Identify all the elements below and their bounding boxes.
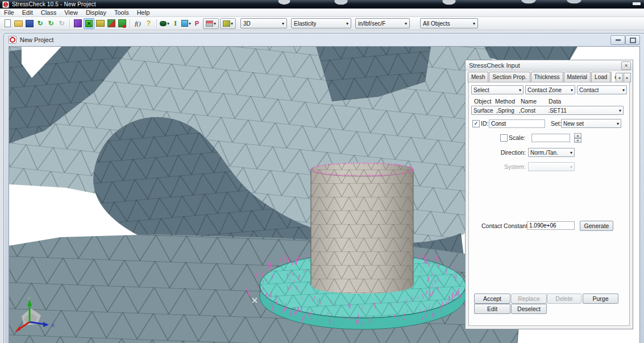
import-cycle-icon-glyph: ↻ (37, 19, 43, 27)
p-marker-icon-glyph: P (195, 20, 199, 27)
chevron-down-icon: ▾ (571, 88, 573, 93)
scale-checkbox[interactable] (500, 134, 508, 142)
app-titlebar: StressCheck 10.5 - New Project (0, 0, 644, 9)
menu-class[interactable]: Class (37, 9, 61, 16)
contact-constant-input[interactable] (527, 221, 575, 230)
cycle-disabled-icon[interactable]: ↻ (57, 19, 67, 28)
accept-button[interactable]: Accept (474, 294, 510, 304)
mesh-tool-icon-selected-glyph: ✕ (87, 21, 91, 26)
blue-folder-dropdown-icon[interactable] (181, 19, 191, 28)
export-cycle-icon-glyph: ↻ (48, 19, 53, 27)
menu-help[interactable]: Help (133, 9, 154, 16)
scale-spinner[interactable]: ▲▼ (574, 133, 581, 143)
pen-dropdown-icon[interactable] (160, 19, 169, 28)
tab-material[interactable]: Material (564, 72, 591, 82)
mesh-tool-icon-selected[interactable]: ✕ (84, 18, 94, 29)
function-icon[interactable]: f() (133, 19, 143, 28)
tab-thickness[interactable]: Thickness (531, 72, 563, 82)
section-tool-dropdown[interactable] (203, 18, 219, 29)
direction-combo[interactable]: Norm./Tan.▾ (528, 148, 575, 157)
open-folder-icon[interactable] (14, 19, 23, 28)
project-icon (9, 36, 16, 44)
set-combo[interactable]: New set▾ (561, 119, 621, 128)
axis-label-x: X (51, 323, 55, 328)
method-select[interactable]: Contact▾ (577, 85, 627, 94)
menu-edit[interactable]: Edit (18, 9, 37, 16)
tab-scroll-right-button[interactable]: ▸ (624, 73, 631, 82)
purple-tool-icon[interactable] (73, 19, 82, 28)
tab-load[interactable]: Load (591, 72, 610, 82)
ibeam-icon[interactable]: I (171, 19, 180, 28)
chevron-down-icon: ▾ (405, 21, 407, 26)
export-cycle-icon[interactable]: ↻ (46, 19, 56, 28)
col-data-label: Data (549, 98, 561, 105)
menu-bar: FileEditClassViewDisplayToolsHelp (0, 9, 644, 17)
replace-button[interactable]: Replace (511, 294, 547, 304)
new-file-icon[interactable] (3, 19, 13, 28)
tab-mesh[interactable]: Mesh (468, 72, 488, 82)
delete-button[interactable]: Delete (547, 294, 581, 304)
view-tool-dropdown[interactable] (220, 18, 236, 29)
deselect-button[interactable]: Deselect (511, 304, 547, 314)
dialog-tabs: MeshSection Prop.ThicknessMaterialLoadCo… (468, 72, 617, 82)
col-object-label: Object (474, 98, 491, 105)
help-icon[interactable]: ? (144, 19, 153, 28)
pin-cylinder (311, 163, 413, 294)
ibeam-icon-glyph: I (174, 19, 177, 28)
menu-file[interactable]: File (0, 9, 18, 16)
system-label: System: (488, 163, 526, 170)
col-name-label: Name (521, 98, 537, 105)
edit-button[interactable]: Edit (474, 304, 510, 314)
toolbar-separator (156, 19, 157, 28)
green-flag-icon[interactable] (117, 19, 127, 28)
dialog-title: StressCheck Input (469, 62, 520, 69)
dialog-close-button[interactable]: ✕ (621, 61, 631, 70)
objects-filter-select[interactable]: All Objects▾ (420, 18, 478, 28)
cycle-disabled-icon-glyph: ↻ (59, 19, 64, 27)
function-icon-glyph: f() (135, 20, 140, 27)
app-window: StressCheck 10.5 - New Project FileEditC… (0, 0, 644, 343)
stresscheck-input-dialog: StressCheck Input ✕ MeshSection Prop.Thi… (465, 60, 633, 329)
contact-constant-label: Contact Constant: (481, 222, 529, 229)
menu-display[interactable]: Display (82, 9, 110, 16)
generate-button[interactable]: Generate (580, 221, 613, 231)
chevron-down-icon: ▾ (473, 21, 475, 26)
id-checkbox[interactable]: ✓ (472, 120, 480, 127)
record-combo[interactable]: Surface ,Spring ,Const .SET11▾ (471, 106, 624, 115)
minimize-button[interactable] (633, 2, 641, 5)
green-red-diagonal-icon[interactable] (106, 19, 116, 28)
col-method-label: Method (495, 98, 515, 105)
dimension-select[interactable]: 3D▾ (240, 18, 287, 28)
mdi-titlebar[interactable]: New Project (4, 34, 644, 46)
save-icon[interactable] (24, 19, 34, 28)
toolbar-separator (130, 19, 130, 28)
scale-input[interactable] (531, 134, 570, 142)
tab-scroll-left-button[interactable]: ◂ (616, 73, 623, 82)
stresscheck-logo-icon (2, 1, 9, 8)
id-input[interactable] (489, 119, 545, 128)
units-select[interactable]: in/lbf/sec/F▾ (355, 18, 410, 28)
toolbar-separator (69, 19, 70, 28)
system-combo[interactable]: ▾ (528, 162, 575, 171)
import-cycle-icon[interactable]: ↻ (35, 19, 45, 28)
menu-view[interactable]: View (60, 9, 82, 16)
class-select[interactable]: Elasticity▾ (291, 18, 351, 28)
dialog-titlebar[interactable]: StressCheck Input (466, 60, 633, 71)
tab-section-prop-[interactable]: Section Prop. (489, 72, 530, 82)
app-title: StressCheck 10.5 - New Project (12, 1, 96, 7)
purge-button[interactable]: Purge (583, 294, 618, 304)
scale-label: Scale: (509, 134, 525, 141)
chevron-down-icon: ▾ (346, 21, 348, 26)
chevron-down-icon: ▾ (282, 21, 284, 26)
mdi-minimize-button[interactable] (610, 35, 625, 45)
mdi-restore-button[interactable] (625, 35, 640, 45)
action-select[interactable]: Select▾ (471, 85, 523, 94)
mdi-title: New Project (20, 36, 53, 43)
p-marker-icon[interactable]: P (192, 19, 202, 28)
archive-folder-icon[interactable] (95, 19, 105, 28)
object-type-select[interactable]: Contact Zone▾ (525, 85, 575, 94)
help-icon-glyph: ? (147, 19, 151, 27)
menu-tools[interactable]: Tools (110, 9, 133, 16)
axis-label-y: Y (27, 296, 31, 301)
toolbar: ↻↻↻✕f()?IP3D▾Elasticity▾in/lbf/sec/F▾All… (0, 17, 644, 30)
